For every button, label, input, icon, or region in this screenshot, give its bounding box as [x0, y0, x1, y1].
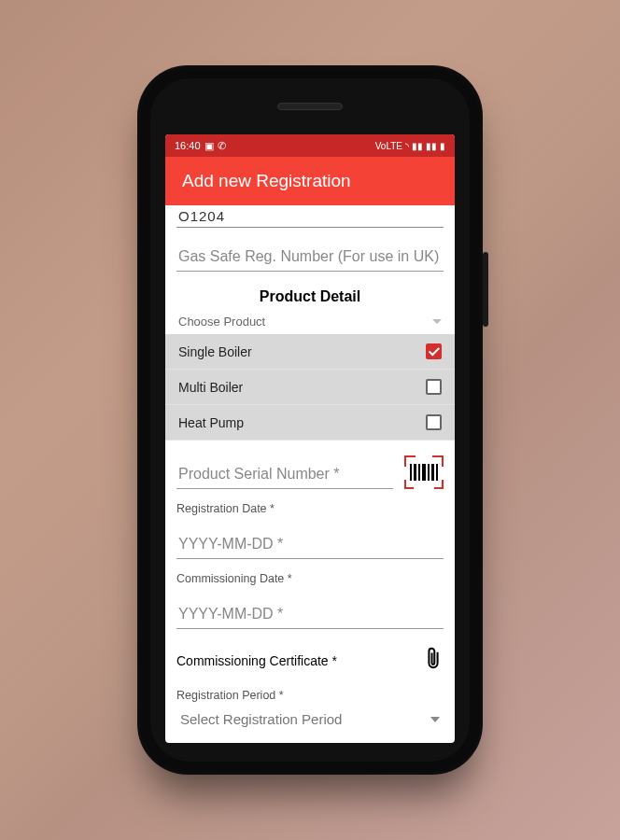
battery-icon: ▮: [440, 141, 445, 151]
screen: 16:40 ▣ ✆ VoLTE ◝ ▮▮ ▮▮ ▮ Add new Regist…: [165, 134, 455, 743]
commissioning-date-input[interactable]: YYYY-MM-DD *: [176, 602, 444, 629]
input-placeholder: Gas Safe Reg. Number (For use in UK): [178, 248, 439, 264]
option-label: Heat Pump: [178, 415, 244, 430]
product-option-heat-pump[interactable]: Heat Pump: [165, 405, 455, 441]
option-label: Single Boiler: [178, 344, 252, 359]
app-bar: Add new Registration: [165, 157, 455, 205]
registration-period-label: Registration Period *: [176, 689, 444, 702]
phone-icon: ✆: [218, 140, 226, 152]
checkbox-icon[interactable]: [426, 379, 442, 395]
input-placeholder: YYYY-MM-DD *: [178, 536, 283, 552]
signal-icon: ▮▮: [412, 141, 423, 151]
input-placeholder: YYYY-MM-DD *: [178, 606, 283, 622]
volte-label: VoLTE: [375, 141, 402, 151]
barcode-scan-button[interactable]: [404, 455, 444, 489]
app-bar-title: Add new Registration: [182, 171, 351, 191]
input-placeholder: Product Serial Number *: [178, 466, 340, 482]
section-title: Product Detail: [176, 288, 444, 305]
checkbox-checked-icon[interactable]: [426, 343, 442, 359]
registration-period-select[interactable]: Select Registration Period: [176, 706, 444, 727]
commissioning-date-label: Commissioning Date *: [176, 572, 444, 585]
form-content: O1204 Gas Safe Reg. Number (For use in U…: [165, 205, 455, 743]
product-option-multi-boiler[interactable]: Multi Boiler: [165, 370, 455, 405]
phone-frame: 16:40 ▣ ✆ VoLTE ◝ ▮▮ ▮▮ ▮ Add new Regist…: [137, 65, 483, 775]
registration-date-input[interactable]: YYYY-MM-DD *: [176, 532, 444, 559]
gas-safe-input[interactable]: Gas Safe Reg. Number (For use in UK): [176, 245, 444, 272]
product-option-single-boiler[interactable]: Single Boiler: [165, 334, 455, 370]
dropdown-icon: [430, 717, 440, 722]
certificate-label: Commissioning Certificate *: [176, 653, 337, 668]
barcode-icon: [410, 464, 438, 481]
product-option-list: Single Boiler Multi Boiler Heat Pump: [165, 334, 455, 441]
chevron-down-icon: [432, 319, 442, 324]
choose-product-label: Choose Product: [178, 315, 265, 329]
select-placeholder: Select Registration Period: [180, 711, 342, 727]
option-label: Multi Boiler: [178, 380, 243, 395]
status-time: 16:40: [175, 140, 201, 151]
phone-side-button: [483, 252, 488, 327]
status-bar: 16:40 ▣ ✆ VoLTE ◝ ▮▮ ▮▮ ▮: [165, 134, 455, 157]
image-icon: ▣: [204, 140, 214, 152]
signal-icon-2: ▮▮: [426, 141, 437, 151]
attachment-icon[interactable]: [423, 646, 444, 676]
choose-product-dropdown[interactable]: Choose Product: [176, 313, 444, 334]
previous-field-value[interactable]: O1204: [176, 205, 444, 228]
serial-number-input[interactable]: Product Serial Number *: [176, 462, 393, 489]
registration-date-label: Registration Date *: [176, 502, 444, 515]
wifi-icon: ◝: [405, 141, 409, 151]
checkbox-icon[interactable]: [426, 414, 442, 430]
phone-speaker: [277, 103, 343, 110]
